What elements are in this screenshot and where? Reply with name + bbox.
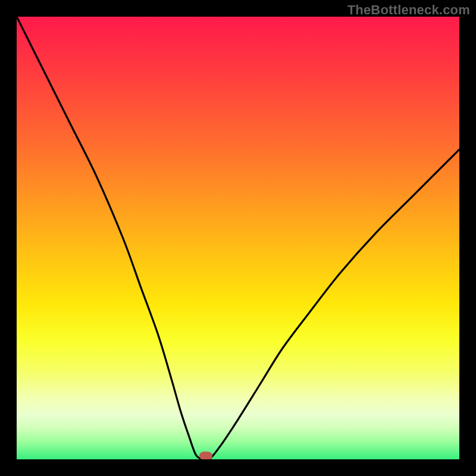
- plot-area: [17, 17, 459, 459]
- minimum-marker: [199, 452, 212, 459]
- bottleneck-curve: [17, 17, 459, 459]
- chart-frame: TheBottleneck.com: [0, 0, 476, 476]
- watermark-text: TheBottleneck.com: [347, 2, 470, 18]
